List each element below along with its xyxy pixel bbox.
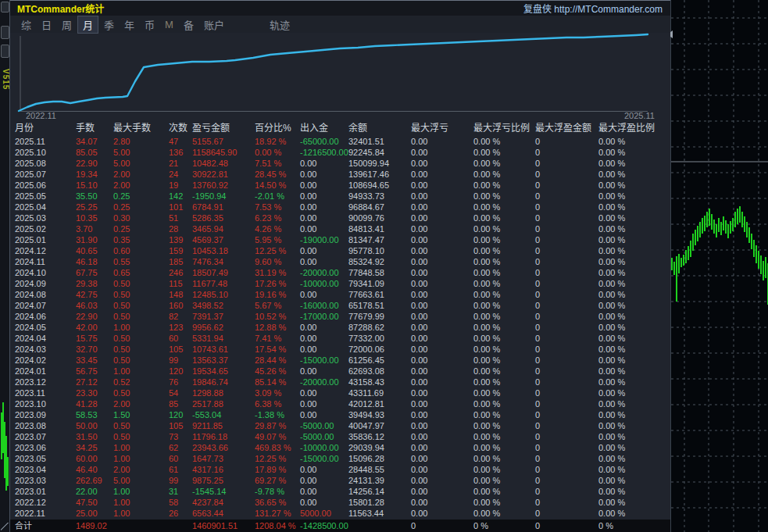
column-header[interactable]: 月份 [15,121,76,136]
cell-fpp: 0.00 % [598,486,667,497]
table-row[interactable]: 2023.1041.282.00852517.886.38 %0.0042012… [10,398,670,409]
table-row[interactable]: 2024.0233.450.509913563.3728.44 %-15000.… [10,355,670,366]
table-row[interactable]: 2024.0156.751.0012019534.6545.26 %0.0062… [10,366,670,377]
cell-bal: 77848.58 [348,267,411,278]
cell-ddp: 0.00 % [473,344,535,355]
menu-item-综[interactable]: 综 [16,16,36,33]
cell-maxlots: 0.50 [113,333,169,344]
cell-lots: 31.50 [76,431,113,442]
cell-n: 82 [169,311,192,322]
column-header[interactable]: 最大浮盈金额 [535,121,598,136]
cell-fp: 0 [535,377,598,387]
table-row[interactable]: 2023.0958.531.50120-553.04-1.38 %0.00394… [10,409,670,420]
table-row[interactable]: 2023.0731.500.507311796.1849.07 %-5000.0… [10,431,670,442]
cell-dd: 0.00 [411,191,473,202]
column-header[interactable]: 出入金 [300,121,348,136]
table-row[interactable]: 2024.0842.750.5014812485.1019.16 %0.0077… [10,289,670,300]
menu-item-币[interactable]: 币 [140,16,159,33]
table-row[interactable]: 2024.0746.030.501603498.525.67 %-16000.0… [10,300,670,311]
table-row[interactable]: 2025.0822.905.002110482.487.51 %0.001500… [10,158,670,169]
menu-item-周[interactable]: 周 [57,16,77,33]
column-header[interactable]: 最大浮盈比例 [598,121,667,136]
table-row[interactable]: 2025.0615.102.001913760.9214.50 %0.00108… [10,180,670,191]
table-row[interactable]: 2024.1146.180.551857476.349.60 %0.008532… [10,256,670,267]
table-row[interactable]: 2022.1125.001.00266563.44131.27 %5000.00… [10,508,670,519]
cell-io: 0.00 [300,333,348,344]
column-header[interactable]: 余额 [348,121,411,136]
table-row[interactable]: 2025.023.700.25283465.944.26 %0.0084813.… [10,223,670,234]
cell-fpp: 0.00 % [598,223,667,234]
menu-item-年[interactable]: 年 [120,16,139,33]
menu-item-M[interactable]: M [160,18,178,31]
table-total-row[interactable]: 合计1489.021460901.511208.04 %-1428500.000… [10,520,670,532]
cell-maxlots: 0.50 [113,431,169,442]
menu-item-trail[interactable]: 轨迹 [265,16,295,33]
cell-pnl: 2517.88 [192,398,255,409]
cell-n: 54 [169,387,192,398]
column-header[interactable]: 最大浮亏 [411,121,473,136]
table-row[interactable]: 2024.0622.900.50827391.3710.52 %-17000.0… [10,311,670,322]
cell-m: 2024.07 [15,300,76,311]
menu-item-备[interactable]: 备 [179,16,198,33]
menu-item-季[interactable]: 季 [99,16,119,33]
column-header[interactable]: 最大手数 [113,121,169,136]
cell-m: 2025.06 [15,180,76,191]
table-row[interactable]: 2024.0332.700.5010510743.6117.54 %0.0072… [10,344,670,355]
column-header[interactable]: 最大浮亏比例 [473,121,535,136]
cell-pnl: 5286.35 [192,212,255,223]
cell-maxlots: 5.00 [113,158,169,169]
column-header[interactable]: 盈亏金额 [192,121,255,136]
cell-maxlots: 0.50 [113,387,169,398]
cell-m: 2023.10 [15,398,76,409]
table-row[interactable]: 2024.0542.001.001239956.6212.88 %0.00872… [10,322,670,333]
cell-n: 28 [169,223,192,234]
title-bar[interactable]: MTCommander统计 复盘侠 http://MTCommander.com [10,0,670,16]
column-header[interactable]: 手数 [76,121,113,136]
cell-fp: 0 [535,355,598,366]
table-row[interactable]: 2025.0425.250.251016784.917.53 %0.009688… [10,202,670,212]
table-row[interactable]: 2023.0634.251.006223943.66469.83 %-10000… [10,442,670,453]
table-row[interactable]: 2023.0446.402.00614317.1617.89 %0.002844… [10,464,670,475]
table-row[interactable]: 2023.0560.001.00601647.7312.25 %-15000.0… [10,453,670,464]
table-row[interactable]: 2023.0122.001.0031-1545.14-9.78 %0.00142… [10,486,670,497]
cell-fpp: 0.00 % [598,442,667,453]
cell-ddp: 0.00 % [473,497,535,508]
menu-item-月[interactable]: 月 [77,16,98,34]
cell-m: 2023.05 [15,453,76,464]
table-row[interactable]: 2024.0415.750.50605331.947.41 %0.0077332… [10,333,670,344]
cell-fp: 0 [535,245,598,256]
table-row[interactable]: 2024.1240.650.6015910453.1812.25 %0.0095… [10,245,670,256]
cell-m: 2023.12 [15,377,76,387]
column-header[interactable]: 次数 [169,121,192,136]
cell-lots: 22.90 [76,311,113,322]
table-row[interactable]: 2023.0850.000.501059211.8529.87 %-5000.0… [10,420,670,431]
table-row[interactable]: 2025.0131.900.351394569.375.95 %-19000.0… [10,234,670,245]
cell-m: 2024.05 [15,322,76,333]
cell-pnl: 18507.49 [192,267,255,278]
cell-fpp: 0.00 % [598,355,667,366]
cell-bal: 42012.81 [348,398,411,409]
menu-item-日[interactable]: 日 [37,16,56,33]
cell-fpp: 0.00 % [598,147,667,158]
table-row[interactable]: 2025.1085.055.001361158645.900.00 %-1216… [10,147,670,158]
table-row[interactable]: 2025.0310.350.30515286.356.23 %0.0090099… [10,212,670,223]
cell-io: 0.00 [300,486,348,497]
brand-link[interactable]: 复盘侠 http://MTCommander.com [523,2,663,15]
cell-maxlots: 1.00 [113,486,169,497]
table-row[interactable]: 2023.1227.120.527619846.7485.14 %-20000.… [10,377,670,387]
cell-dd: 0.00 [411,453,473,464]
cell-pct: -2.01 % [255,191,300,202]
table-row[interactable]: 2025.0535.500.25142-1950.94-2.01 %0.0094… [10,191,670,202]
table-row[interactable]: 2024.1067.750.6524618507.4931.19 %-20000… [10,267,670,278]
table-row[interactable]: 2025.0719.342.002430922.8128.45 %0.00139… [10,169,670,180]
cell-fpp: 0.00 % [598,333,667,344]
table-row[interactable]: 2023.1123.300.50541298.883.09 %0.0043311… [10,387,670,398]
column-header[interactable]: 百分比% [255,121,300,136]
cell-m: 2023.07 [15,431,76,442]
table-row[interactable]: 2025.1134.072.80475155.6718.92 %-65000.0… [10,136,670,147]
menu-item-账户[interactable]: 账户 [199,16,229,33]
cell-dd: 0.00 [411,387,473,398]
table-row[interactable]: 2022.1247.501.00584237.8436.65 %0.001580… [10,497,670,508]
table-row[interactable]: 2024.0929.380.5011511677.4817.26 %-10000… [10,278,670,289]
table-row[interactable]: 2023.03262.695.00999875.2569.27 %0.00241… [10,475,670,486]
